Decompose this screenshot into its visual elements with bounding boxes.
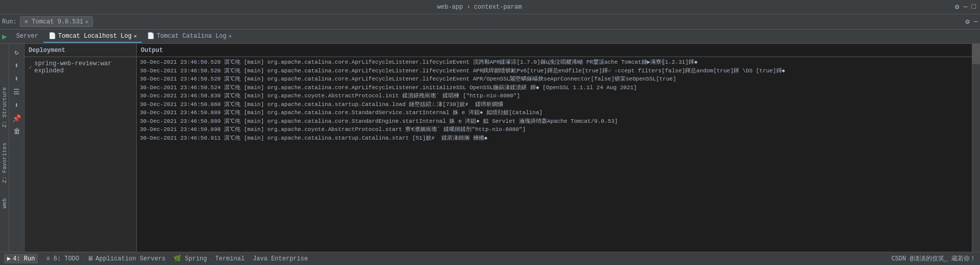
tab-catalina-close[interactable]: ✕ — [229, 33, 232, 39]
scroll-up-icon[interactable]: ⬆ — [11, 59, 23, 71]
log-line: 30-Dec-2021 23:46:50.889 淇℃伅 [main] org.… — [139, 117, 970, 126]
minimize-icon[interactable]: — — [963, 3, 967, 11]
maximize-icon[interactable]: □ — [972, 3, 976, 11]
down-icon[interactable]: ⬇ — [11, 99, 23, 111]
vertical-labels: Z: Structure Z: Favorites Web — [0, 44, 9, 252]
pin-icon[interactable]: 📌 — [11, 112, 23, 124]
bottom-right-text: CSDN @淡淡的伩笑_ 蔵若你！ — [891, 254, 976, 263]
minimize-panel-icon[interactable]: — — [974, 17, 978, 26]
bottom-run[interactable]: ▶ 4: Run — [4, 254, 38, 263]
run-label-bottom: 4: Run — [13, 255, 35, 262]
tab-localhost-log[interactable]: 📄 Tomcat Localhost Log ✕ — [43, 30, 142, 43]
log-line: 30-Dec-2021 23:46:50.520 淇℃伅 [main] org.… — [139, 75, 970, 84]
output-header: Output — [137, 44, 972, 57]
todo-label: ≡ 6: TODO — [46, 255, 79, 262]
vertical-label-structure[interactable]: Z: Structure — [2, 87, 8, 127]
right-sidebar — [972, 44, 980, 252]
main-area: Z: Structure Z: Favorites Web ↻ ⬆ ⬇ ☰ ⬇ … — [0, 44, 980, 252]
log-line: 30-Dec-2021 23:46:50.889 淇℃伅 [main] org.… — [139, 109, 970, 117]
output-title: Output — [141, 47, 163, 54]
panel-area: Deployment ✓ spring-web-review:war explo… — [24, 44, 972, 252]
tab-server[interactable]: Server — [11, 31, 43, 43]
refresh-icon[interactable]: ↻ — [11, 46, 23, 58]
log-line: 30-Dec-2021 23:46:50.520 淇℃伅 [main] org.… — [139, 67, 970, 75]
tab-catalina-label: Tomcat Catalina Log — [157, 33, 227, 40]
log-line: 30-Dec-2021 23:46:50.839 淇℃伅 [main] org.… — [139, 92, 970, 100]
window-title: web-app › context-param — [4, 4, 955, 11]
scrollbar-thumb[interactable] — [972, 44, 980, 64]
output-panel: Output 30-Dec-2021 23:46:50.520 淇℃伅 [mai… — [137, 44, 972, 252]
vertical-label-favorites[interactable]: Z: Favorites — [2, 143, 8, 183]
deployment-header: Deployment — [24, 44, 136, 57]
spring-label: 🌿 Spring — [174, 255, 207, 262]
deployment-title: Deployment — [29, 47, 65, 54]
app-servers-icon: 🖥 — [87, 255, 93, 262]
bottom-bar: ▶ 4: Run ≡ 6: TODO 🖥 Application Servers… — [0, 252, 980, 265]
log-line: 30-Dec-2021 23:46:50.524 淇℃伅 [main] org.… — [139, 84, 970, 92]
deployment-panel: Deployment ✓ spring-web-review:war explo… — [24, 44, 137, 252]
csdn-label: CSDN @淡淡的伩笑_ 蔵若你！ — [891, 255, 976, 262]
tab-file-icon2: 📄 — [147, 32, 155, 40]
tab-file-icon: 📄 — [48, 32, 56, 40]
deployment-content: ✓ spring-web-review:war exploded — [24, 57, 136, 252]
run-bar-right: ⚙ — — [965, 17, 978, 26]
deployment-item-name: spring-web-review:war exploded — [34, 60, 132, 74]
bottom-app-servers[interactable]: 🖥 Application Servers — [87, 255, 165, 262]
settings-gear-icon[interactable]: ⚙ — [965, 17, 969, 26]
run-tab-label: ✕ Tomcat 9.0.531 — [24, 18, 83, 25]
log-line: 30-Dec-2021 23:46:50.898 淇℃伅 [main] org.… — [139, 125, 970, 134]
run-number-icon: ▶ — [7, 255, 11, 262]
run-tab-close[interactable]: ✕ — [85, 19, 88, 25]
tab-server-label: Server — [16, 33, 38, 40]
run-label: Run: — [2, 18, 17, 25]
scroll-down-icon[interactable]: ⬇ — [11, 72, 23, 85]
bottom-terminal[interactable]: Terminal — [215, 255, 245, 262]
output-content[interactable]: 30-Dec-2021 23:46:50.520 淇℃伅 [main] org.… — [137, 57, 972, 252]
bottom-spring[interactable]: 🌿 Spring — [174, 255, 207, 262]
log-line: 30-Dec-2021 23:46:50.911 淇℃伅 [main] org.… — [139, 134, 970, 143]
terminal-label: Terminal — [215, 255, 245, 262]
tab-catalina-log[interactable]: 📄 Tomcat Catalina Log ✕ — [142, 30, 237, 43]
run-tab[interactable]: ✕ Tomcat 9.0.531 ✕ — [20, 16, 93, 27]
play-button[interactable]: ▶ — [2, 32, 7, 42]
java-enterprise-label: Java Enterprise — [253, 255, 308, 262]
app-servers-label: Application Servers — [95, 255, 165, 262]
format-icon[interactable]: ☰ — [11, 86, 23, 98]
bottom-java-enterprise[interactable]: Java Enterprise — [253, 255, 308, 262]
tab-localhost-close[interactable]: ✕ — [134, 33, 137, 39]
tab-localhost-label: Tomcat Localhost Log — [58, 33, 132, 40]
left-sidebar: ↻ ⬆ ⬇ ☰ ⬇ 📌 🗑 — [9, 44, 24, 252]
run-bar: Run: ✕ Tomcat 9.0.531 ✕ ⚙ — — [0, 14, 980, 30]
log-line: 30-Dec-2021 23:46:50.860 淇℃伅 [main] org.… — [139, 100, 970, 109]
vertical-label-web[interactable]: Web — [2, 198, 8, 208]
tab-bar: ▶ Server 📄 Tomcat Localhost Log ✕ 📄 Tomc… — [0, 30, 980, 44]
window-controls: ⚙ — □ — [955, 3, 976, 11]
log-line: 30-Dec-2021 23:46:50.520 淇℃伅 [main] org.… — [139, 58, 970, 67]
top-bar: web-app › context-param ⚙ — □ — [0, 0, 980, 14]
deployment-status-icon: ✓ — [29, 64, 32, 71]
bottom-todo[interactable]: ≡ 6: TODO — [46, 255, 79, 262]
trash-icon[interactable]: 🗑 — [11, 125, 23, 138]
settings-icon[interactable]: ⚙ — [955, 3, 959, 11]
deployment-item[interactable]: ✓ spring-web-review:war exploded — [27, 59, 134, 75]
